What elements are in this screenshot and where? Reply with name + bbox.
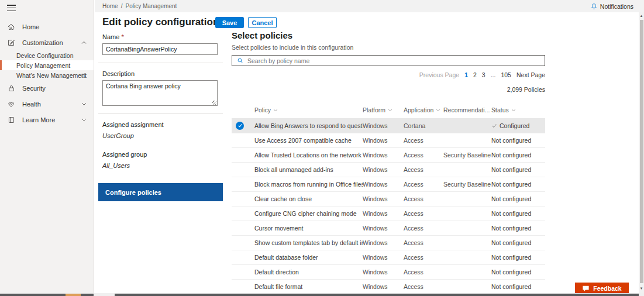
sidebar-item-device-configuration[interactable]: Device Configuration: [0, 50, 94, 60]
table-row[interactable]: Block macros from running in Office file…: [232, 177, 545, 191]
tab-configure-policies[interactable]: Configure policies: [98, 183, 223, 201]
table-row[interactable]: Default database folderWindowsAccessNot …: [232, 250, 545, 264]
page-link-1[interactable]: 1: [464, 71, 468, 78]
app-window: HomeCustomizationDevice ConfigurationPol…: [0, 0, 644, 296]
policies-table: Allow Bing Answers to respond to questio…: [232, 118, 545, 293]
sidebar-item-home[interactable]: Home: [0, 19, 94, 35]
sidebar-item-security[interactable]: Security: [0, 80, 94, 96]
sidebar-item-learn-more[interactable]: Learn More: [0, 112, 94, 128]
column-header-status[interactable]: Status: [491, 106, 545, 113]
cell-platform: Windows: [363, 225, 404, 232]
cell-application: Access: [404, 166, 443, 173]
table-row[interactable]: Allow Bing Answers to respond to questio…: [232, 118, 545, 133]
breadcrumb-current: Policy Management: [125, 3, 177, 9]
home-icon: [6, 22, 16, 32]
description-field[interactable]: Cortana Bing answer policy: [102, 80, 218, 106]
column-header-recommendati[interactable]: Recommendati...: [443, 106, 491, 113]
selected-check-icon: [236, 122, 244, 130]
table-row[interactable]: Allow Trusted Locations on the networkWi…: [232, 147, 545, 162]
heart-icon: [6, 99, 16, 109]
column-header-platform[interactable]: Platform: [363, 106, 404, 113]
scroll-down-icon[interactable]: ▼: [639, 286, 644, 291]
cell-application: Access: [404, 254, 443, 261]
cell-platform: Windows: [363, 152, 404, 159]
cell-application: Access: [404, 137, 443, 144]
scroll-up-icon[interactable]: ▲: [639, 13, 644, 19]
horizontal-scrollbar-accent: [66, 294, 81, 296]
status-label: Not configured: [491, 283, 531, 290]
bell-icon: [591, 3, 597, 10]
table-row[interactable]: Block all unmanaged add-insWindowsAccess…: [232, 162, 545, 177]
sidebar-item-health[interactable]: Health: [0, 96, 94, 112]
column-header-application[interactable]: Application: [404, 106, 443, 113]
page-title: Edit policy configuration: [102, 16, 219, 28]
chevron-down-icon: [81, 118, 87, 122]
description-label: Description: [102, 70, 218, 77]
row-select-cell[interactable]: [232, 122, 254, 130]
feedback-button[interactable]: Feedback: [575, 283, 629, 294]
sidebar-item-policy-management[interactable]: Policy Management: [0, 60, 94, 70]
policy-search-box: [232, 55, 545, 66]
page-link-2[interactable]: 2: [473, 71, 477, 78]
horizontal-scrollbar[interactable]: [0, 293, 644, 296]
cell-policy: Use Access 2007 compatible cache: [254, 137, 363, 144]
cell-policy: Clear cache on close: [254, 195, 363, 202]
cell-platform: Windows: [363, 181, 404, 188]
sidebar-item-customization[interactable]: Customization: [0, 35, 94, 50]
horizontal-scrollbar-thumb[interactable]: [115, 294, 639, 296]
previous-page-button[interactable]: Previous Page: [419, 71, 459, 78]
cell-status: Not configured: [491, 269, 545, 276]
table-row[interactable]: Clear cache on closeWindowsAccessNot con…: [232, 191, 545, 206]
sidebar-item-label: Customization: [22, 39, 63, 46]
table-row[interactable]: Use Access 2007 compatible cacheWindowsA…: [232, 133, 545, 147]
cell-platform: Windows: [363, 166, 404, 173]
sort-chevron-icon: [273, 109, 278, 112]
cell-status: Not configured: [491, 225, 545, 232]
cell-application: Access: [404, 181, 443, 188]
name-field[interactable]: [102, 43, 218, 55]
feedback-label: Feedback: [593, 285, 621, 292]
cancel-button[interactable]: Cancel: [248, 17, 277, 28]
search-input[interactable]: [247, 57, 545, 64]
required-asterisk: *: [121, 33, 123, 40]
status-label: Not configured: [491, 225, 531, 232]
name-label: Name *: [102, 33, 218, 40]
notifications-button[interactable]: Notifications: [591, 3, 633, 10]
page-link-3[interactable]: 3: [482, 71, 485, 78]
assigned-assignment-label: Assigned assignment: [102, 121, 218, 128]
column-header-policy[interactable]: Policy: [254, 106, 363, 113]
divider: [98, 63, 223, 63]
cell-policy: Allow Bing Answers to respond to questio…: [254, 122, 363, 129]
sidebar-item-what-s-new-management[interactable]: What's New Management: [0, 70, 94, 80]
vertical-scrollbar-thumb[interactable]: [640, 20, 643, 283]
cell-application: Access: [404, 210, 443, 217]
cell-platform: Windows: [363, 254, 404, 261]
cell-status: Not configured: [491, 195, 545, 202]
table-row[interactable]: Configure CNG cipher chaining modeWindow…: [232, 206, 545, 221]
cell-status: Not configured: [491, 254, 545, 261]
hamburger-menu-icon[interactable]: [0, 0, 94, 15]
pagination-ellipsis: ...: [491, 71, 496, 78]
vertical-scrollbar[interactable]: ▲ ▼: [639, 12, 644, 293]
notifications-label: Notifications: [600, 3, 633, 10]
table-row[interactable]: Show custom templates tab by default in …: [232, 235, 545, 250]
save-button[interactable]: Save: [215, 17, 244, 28]
breadcrumb-home-link[interactable]: Home: [102, 3, 118, 9]
table-row[interactable]: Default directionWindowsAccessNot config…: [232, 264, 545, 279]
status-label: Not configured: [491, 152, 531, 159]
next-page-button[interactable]: Next Page: [516, 71, 545, 78]
column-header-label: Policy: [254, 106, 271, 113]
table-row[interactable]: Cursor movementWindowsAccessNot configur…: [232, 221, 545, 235]
status-label: Configured: [500, 122, 529, 129]
assigned-group-label: Assigned group: [102, 151, 218, 158]
status-label: Not configured: [491, 166, 531, 173]
cell-status: Not configured: [491, 181, 545, 188]
cell-platform: Windows: [363, 137, 404, 144]
sidebar-item-label: Home: [22, 23, 39, 30]
cell-platform: Windows: [363, 269, 404, 276]
cell-platform: Windows: [363, 239, 404, 246]
sort-chevron-icon: [436, 109, 440, 112]
sort-chevron-icon: [511, 109, 516, 112]
page-link-105[interactable]: 105: [501, 71, 511, 78]
table-row[interactable]: Default file formatWindowsAccessNot conf…: [232, 279, 545, 293]
